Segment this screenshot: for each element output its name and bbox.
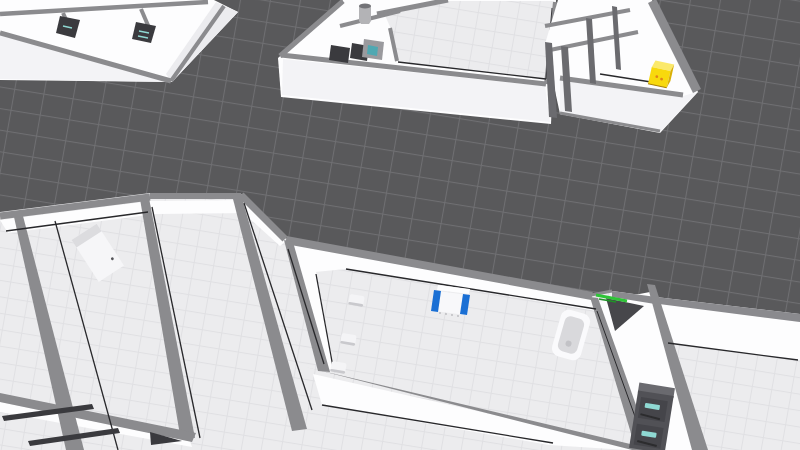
gray-cylinder-bin[interactable]	[359, 6, 371, 24]
vanity-dot	[445, 313, 447, 315]
cylinder-top	[359, 3, 371, 8]
simulation-stage	[0, 0, 800, 450]
vanity-dot	[439, 312, 441, 314]
armchair[interactable]	[329, 45, 350, 63]
vanity-dot	[451, 314, 453, 316]
3d-viewport[interactable]	[0, 0, 800, 450]
vanity-dot	[457, 315, 459, 317]
